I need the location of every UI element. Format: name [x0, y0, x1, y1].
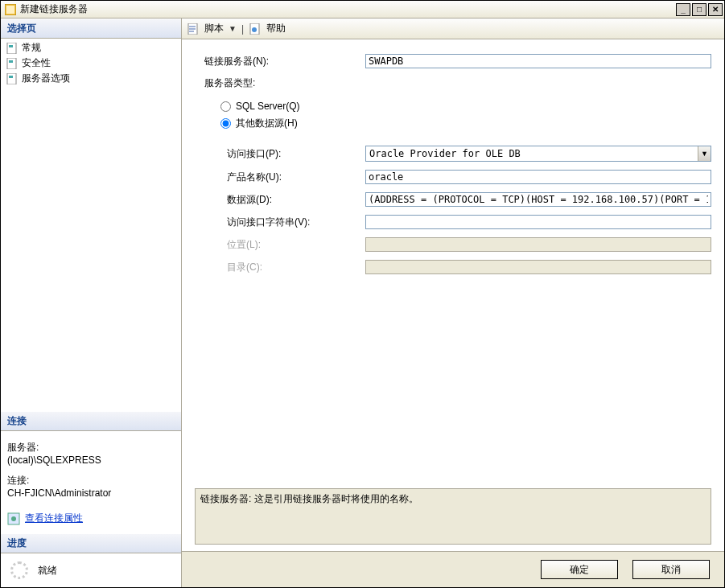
catalog-input: [365, 260, 711, 274]
maximize-button[interactable]: □: [692, 3, 706, 16]
server-type-label: 服务器类型:: [204, 76, 365, 90]
close-button[interactable]: ✕: [708, 3, 723, 16]
cancel-button[interactable]: 取消: [632, 560, 710, 579]
radio-other-source[interactable]: [220, 118, 231, 129]
svg-rect-6: [7, 73, 16, 84]
location-input: [365, 237, 711, 252]
svg-rect-5: [9, 60, 13, 63]
chevron-down-icon[interactable]: ▼: [698, 146, 711, 161]
sidebar-item-label: 服务器选项: [22, 72, 70, 85]
datasource-label: 数据源(D):: [204, 193, 365, 207]
form: 链接服务器(N): 服务器类型: SQL Server(Q) 其他数据源(H): [182, 39, 724, 488]
dialog-window: 新建链接服务器 _ □ ✕ 选择页 常规 安全性 服务器选项: [0, 0, 725, 588]
server-label: 服务器:: [7, 441, 175, 454]
sidebar-item-security[interactable]: 安全性: [1, 56, 181, 71]
toolbar: 脚本 ▼ | 帮助: [182, 19, 724, 39]
svg-rect-7: [9, 76, 13, 78]
main-panel: 脚本 ▼ | 帮助 链接服务器(N): 服务器类型:: [182, 19, 724, 587]
window-title: 新建链接服务器: [20, 2, 676, 16]
app-icon: [4, 3, 17, 16]
location-label: 位置(L):: [204, 238, 365, 252]
linked-server-label: 链接服务器(N):: [204, 55, 365, 68]
datasource-input[interactable]: [365, 192, 711, 207]
progress-spinner-icon: [10, 561, 28, 579]
catalog-label: 目录(C):: [204, 261, 365, 274]
product-label: 产品名称(U):: [204, 171, 365, 184]
radio-other-label: 其他数据源(H): [236, 117, 298, 130]
linked-server-input[interactable]: [365, 54, 711, 68]
sidebar-item-general[interactable]: 常规: [1, 40, 181, 56]
script-icon: [187, 23, 200, 35]
connstr-input[interactable]: [365, 215, 711, 229]
help-button[interactable]: 帮助: [266, 22, 286, 35]
page-icon: [6, 72, 19, 85]
progress-status-block: 就绪: [1, 553, 181, 587]
radio-sql-label: SQL Server(Q): [236, 101, 300, 112]
script-button[interactable]: 脚本: [204, 22, 224, 35]
progress-header: 进度: [1, 533, 181, 553]
connection-header: 连接: [1, 411, 181, 431]
radio-sql-server[interactable]: [220, 101, 231, 112]
provider-value: Oracle Provider for OLE DB: [366, 148, 698, 159]
titlebar: 新建链接服务器 _ □ ✕: [1, 1, 724, 19]
svg-rect-4: [7, 58, 16, 69]
provider-label: 访问接口(P):: [204, 147, 365, 161]
ok-button[interactable]: 确定: [541, 560, 618, 579]
help-icon: [249, 23, 262, 35]
conn-value: CH-FJICN\Administrator: [7, 487, 175, 499]
connection-info: 服务器: (local)\SQLEXPRESS 连接: CH-FJICN\Adm…: [1, 431, 181, 504]
sidebar-item-label: 安全性: [22, 56, 51, 70]
connstr-label: 访问接口字符串(V):: [204, 216, 365, 229]
separator: |: [241, 23, 244, 35]
svg-rect-2: [7, 43, 16, 54]
page-nav: 常规 安全性 服务器选项: [1, 39, 181, 88]
properties-icon: [7, 512, 20, 525]
sidebar-item-options[interactable]: 服务器选项: [1, 71, 181, 86]
dialog-footer: 确定 取消: [182, 551, 724, 587]
sidebar-item-label: 常规: [22, 41, 41, 55]
sidebar: 选择页 常规 安全性 服务器选项 连接 服务器: (local: [1, 19, 182, 587]
page-icon: [6, 42, 19, 55]
provider-select[interactable]: Oracle Provider for OLE DB ▼: [365, 146, 711, 162]
server-value: (local)\SQLEXPRESS: [7, 454, 175, 466]
minimize-button[interactable]: _: [676, 3, 690, 16]
select-page-header: 选择页: [1, 19, 181, 39]
view-connection-properties[interactable]: 查看连接属性: [1, 504, 181, 533]
svg-point-12: [252, 27, 257, 32]
view-connection-link[interactable]: 查看连接属性: [25, 512, 83, 525]
hint-text: 链接服务器: 这是引用链接服务器时将使用的名称。: [195, 488, 711, 545]
conn-label: 连接:: [7, 474, 175, 487]
progress-status: 就绪: [38, 564, 57, 578]
svg-rect-1: [6, 6, 14, 14]
page-icon: [6, 57, 19, 70]
svg-point-9: [11, 516, 16, 521]
product-input[interactable]: [365, 170, 711, 184]
script-dropdown-icon[interactable]: ▼: [229, 24, 237, 33]
svg-rect-3: [9, 45, 13, 47]
